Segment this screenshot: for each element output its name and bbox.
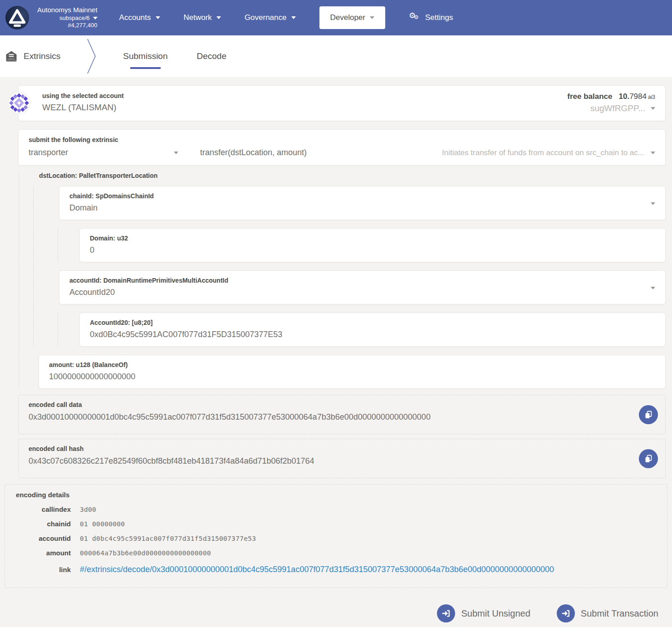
submit-transaction-button[interactable]: Submit Transaction xyxy=(557,604,658,622)
account-address-short: sugWfRGPP... xyxy=(590,103,645,113)
domain-input[interactable] xyxy=(90,245,633,255)
free-balance: free balance 10.7984ai3 xyxy=(567,92,655,101)
caret-down-icon xyxy=(291,16,296,19)
encoding-row-label: callindex xyxy=(16,502,71,517)
caret-down-icon xyxy=(651,202,655,205)
section-title: Extrinsics xyxy=(24,51,60,61)
nav-developer-label: Developer xyxy=(330,13,366,22)
extrinsics-submission-panel: using the selected account WEZL (TALISMA… xyxy=(0,77,672,627)
pallet-name: transporter xyxy=(29,148,68,157)
encoded-call-data-box: encoded call data 0x3d00010000000001d0bc… xyxy=(18,395,666,434)
chain-info: Autonomys Mainnet subspace/6 #4,277,400 xyxy=(37,6,98,29)
chain-id-label: chainId: SpDomainsChainId xyxy=(69,192,655,200)
copy-call-hash-button[interactable] xyxy=(639,449,658,468)
encoding-row-chainid: chainid 01 00000000 xyxy=(16,517,656,531)
encoding-row-value: 000064a7b3b6e00d0000000000000000 xyxy=(80,546,211,560)
submit-actions: Submit Unsigned Submit Transaction xyxy=(18,602,666,627)
nav-network[interactable]: Network xyxy=(184,13,221,22)
chain-id-children: Domain: u32 xyxy=(58,228,666,262)
encoded-call-hash-box: encoded call hash 0x43c07c608326c217e825… xyxy=(18,439,666,478)
param-dst-location-label: dstLocation: PalletTransporterLocation xyxy=(19,171,666,186)
balance-unit: ai3 xyxy=(648,94,655,100)
account-identicon[interactable] xyxy=(8,92,30,114)
amount-input[interactable] xyxy=(49,372,631,382)
caret-down-icon xyxy=(651,152,655,154)
chain-id-value: Domain xyxy=(69,203,98,212)
tab-bar: Submission Decode xyxy=(123,35,226,77)
tab-decode[interactable]: Decode xyxy=(197,35,227,77)
account-balance-block: free balance 10.7984ai3 sugWfRGPP... xyxy=(567,92,655,113)
account-id-children: AccountId20: [u8;20] xyxy=(58,313,666,347)
caret-down-icon xyxy=(174,152,178,154)
nav-accounts[interactable]: Accounts xyxy=(119,13,160,22)
autonomys-logo-icon xyxy=(5,5,30,30)
copy-icon xyxy=(644,454,653,463)
account-select-card: using the selected account WEZL (TALISMA… xyxy=(18,85,666,121)
encoding-row-value: 3d00 xyxy=(80,502,96,517)
params-location-children: chainId: SpDomainsChainId Domain Domain:… xyxy=(33,186,666,347)
encoding-link-label: link xyxy=(16,563,71,577)
free-balance-label: free balance xyxy=(567,92,612,101)
amount-input-card: amount: u128 (BalanceOf) xyxy=(39,355,666,389)
method-description: Initiates transfer of funds from account… xyxy=(442,148,655,157)
app-header: Autonomys Mainnet subspace/6 #4,277,400 … xyxy=(0,0,672,35)
encoding-details-box: encoding details callindex 3d00 chainid … xyxy=(5,484,667,588)
method-select[interactable]: transfer(dstLocation, amount) Initiates … xyxy=(200,148,655,157)
encoded-call-data-label: encoded call data xyxy=(29,401,633,408)
block-number-link[interactable]: #4,277,400 xyxy=(68,22,98,29)
caret-down-icon xyxy=(156,16,160,19)
copy-icon xyxy=(644,410,653,419)
encoding-row-label: amount xyxy=(16,546,71,560)
nav-governance[interactable]: Governance xyxy=(245,13,296,22)
main-nav: Accounts Network Governance Developer ⚙⚙… xyxy=(119,6,453,29)
params-dst-location-group: dstLocation: PalletTransporterLocation c… xyxy=(19,171,666,389)
caret-down-icon xyxy=(93,17,98,20)
tab-submission[interactable]: Submission xyxy=(123,35,167,77)
settings-gear-icon: ⚙⚙ xyxy=(409,12,421,23)
encoding-row-link: link #/extrinsics/decode/0x3d00010000000… xyxy=(16,560,656,578)
pallet-select[interactable]: transporter xyxy=(29,148,178,157)
runtime-selector[interactable]: subspace/6 xyxy=(59,15,98,22)
decode-link[interactable]: #/extrinsics/decode/0x3d00010000000001d0… xyxy=(80,560,554,578)
chain-id-select-card[interactable]: chainId: SpDomainsChainId Domain xyxy=(59,186,666,220)
account-id-label: accountId: DomainRuntimePrimitivesMultiA… xyxy=(69,277,655,284)
account-id20-label: AccountId20: [u8;20] xyxy=(90,319,655,326)
encoded-call-hash-label: encoded call hash xyxy=(29,445,633,452)
account-dropdown[interactable]: sugWfRGPP... xyxy=(590,103,655,113)
account-id-select-card[interactable]: accountId: DomainRuntimePrimitivesMultiA… xyxy=(59,270,666,304)
breadcrumb: Extrinsics Submission Decode xyxy=(0,35,672,77)
encoded-call-data-value: 0x3d00010000000001d0bc4c95c5991ac007f077… xyxy=(29,412,431,421)
method-description-text: Initiates transfer of funds from account… xyxy=(442,148,644,157)
nav-developer[interactable]: Developer xyxy=(319,6,386,29)
encoding-row-callindex: callindex 3d00 xyxy=(16,502,656,517)
sign-in-icon xyxy=(437,604,455,622)
sign-in-icon xyxy=(557,604,575,622)
account-name: WEZL (TALISMAN) xyxy=(42,103,124,113)
runtime-label: subspace/6 xyxy=(59,15,90,22)
nav-network-label: Network xyxy=(184,13,212,22)
nav-governance-label: Governance xyxy=(245,13,287,22)
copy-call-data-button[interactable] xyxy=(639,405,658,424)
submit-unsigned-label: Submit Unsigned xyxy=(461,608,530,619)
nav-settings[interactable]: ⚙⚙ Settings xyxy=(409,12,453,23)
domain-label: Domain: u32 xyxy=(90,235,655,242)
amount-label: amount: u128 (BalanceOf) xyxy=(49,361,655,368)
tab-decode-label: Decode xyxy=(197,51,227,61)
tab-submission-label: Submission xyxy=(123,51,167,61)
encoding-details-title: encoding details xyxy=(16,491,656,499)
page: Autonomys Mainnet subspace/6 #4,277,400 … xyxy=(0,0,672,627)
domain-input-card: Domain: u32 xyxy=(79,228,666,262)
account-info: using the selected account WEZL (TALISMA… xyxy=(42,92,124,113)
encoding-row-label: accountid xyxy=(16,531,71,546)
caret-down-icon xyxy=(651,287,655,289)
encoding-row-accountid: accountid 01 d0bc4c95c5991ac007f077d31f5… xyxy=(16,531,656,546)
submit-unsigned-button[interactable]: Submit Unsigned xyxy=(437,604,530,622)
account-id20-input[interactable] xyxy=(90,330,633,339)
free-balance-value: 10.7984ai3 xyxy=(619,92,655,101)
balance-frac: 7984 xyxy=(629,92,647,101)
nav-accounts-label: Accounts xyxy=(119,13,151,22)
method-name: transfer(dstLocation, amount) xyxy=(200,148,307,157)
submit-transaction-label: Submit Transaction xyxy=(581,608,658,619)
account-id20-input-card: AccountId20: [u8;20] xyxy=(79,313,666,347)
account-id-value: AccountId20 xyxy=(69,288,115,297)
